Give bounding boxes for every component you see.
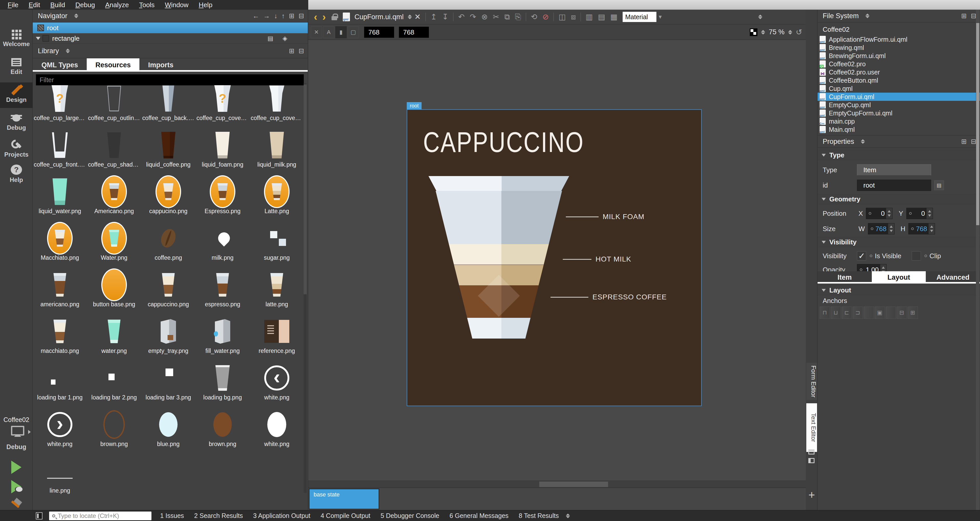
snap-fill-icon[interactable]: ▮ (336, 26, 347, 38)
resource-item[interactable]: empty_tray.png (141, 316, 196, 363)
stepper-arrows-icon[interactable] (926, 208, 933, 219)
copy-icon[interactable]: ⧉ (504, 10, 510, 24)
resource-item[interactable]: coffee_cup_large.png (33, 83, 87, 130)
resource-item[interactable]: loading bar 1.png (33, 363, 87, 409)
forward-icon[interactable]: › (322, 10, 326, 24)
Main.qml[interactable]: Main.qml (818, 125, 980, 134)
locator-input[interactable] (55, 512, 151, 519)
split-panel-icon[interactable]: ⊞ (289, 45, 294, 57)
resource-item[interactable]: Espresso.png (196, 177, 250, 223)
divider[interactable] (425, 13, 426, 21)
anchor-hcenter-icon[interactable]: ⊟ (897, 307, 907, 319)
panel-selector-icon[interactable] (865, 13, 870, 19)
anchor-fill-icon[interactable]: ▣ (875, 307, 885, 319)
resource-item[interactable]: espresso.png (196, 270, 250, 316)
refresh-icon[interactable]: ⟲ (531, 10, 537, 24)
resource-item[interactable]: sugar.png (250, 223, 304, 270)
show-bounds-icon[interactable]: ▢ (348, 26, 359, 38)
style-selector[interactable]: Material (623, 12, 656, 22)
resource-item[interactable]: white.png (250, 363, 304, 409)
lower-icon[interactable]: ↧ (442, 10, 449, 24)
anchor-spacer2-icon[interactable] (886, 307, 896, 319)
menu-item[interactable]: Edit (24, 0, 45, 10)
binding-dot-icon[interactable] (870, 255, 872, 257)
x-position-stepper[interactable]: 0 (866, 208, 892, 219)
undo-icon[interactable]: ↶ (458, 10, 465, 24)
resource-item[interactable]: latte.png (250, 270, 304, 316)
scrollbar-thumb[interactable] (304, 84, 307, 294)
resource-item[interactable]: white.png (33, 409, 87, 456)
project-root-node[interactable]: Coffee02 (822, 25, 850, 33)
output-tab[interactable]: 8 Test Results (519, 512, 559, 519)
resource-item[interactable]: coffee_cup_shadow.... (87, 130, 141, 177)
properties-tab[interactable]: Item (818, 271, 872, 282)
stepper-arrows-icon[interactable] (886, 208, 892, 219)
raise-icon[interactable]: ↥ (431, 10, 437, 24)
library-tab[interactable]: Imports (139, 58, 182, 70)
Brewing.qml[interactable]: Brewing.qml (818, 43, 980, 52)
navigator-item-root[interactable]: root (33, 22, 308, 33)
CupForm.ui.qml[interactable]: CupForm.ui.qml (818, 92, 980, 101)
EmptyCup.qml[interactable]: EmptyCup.qml (818, 101, 980, 109)
resource-item[interactable]: liquid_foam.png (196, 130, 250, 177)
Coffee02.pro[interactable]: Coffee02.pro (818, 60, 980, 68)
resource-item[interactable]: coffee_cup_back.png (141, 83, 196, 130)
form-editor-tab[interactable]: Form Editor (806, 363, 817, 400)
properties-tab[interactable]: Layout (872, 271, 926, 282)
canvas-width-field[interactable]: 768 (364, 27, 394, 38)
canvas-height-field[interactable]: 768 (399, 27, 429, 38)
id-options-button[interactable]: ▤ (934, 180, 944, 190)
right-panel-scrollbar[interactable] (976, 10, 980, 510)
layout-column-icon[interactable]: ▤ (598, 10, 605, 24)
resource-item[interactable]: macchiato.png (33, 316, 87, 363)
bounding-rect-icon[interactable]: ⊘ (542, 10, 549, 24)
Coffee02.pro.user[interactable]: Coffee02.pro.user (818, 68, 980, 76)
cup-illustration[interactable] (428, 176, 569, 339)
width-stepper[interactable]: 768 (868, 223, 894, 234)
mode-design[interactable]: Design (0, 83, 33, 108)
anchor-bottom-icon[interactable]: ⊔ (830, 307, 841, 319)
resource-item[interactable]: button base.png (87, 270, 141, 316)
move-right-icon[interactable]: → (263, 10, 270, 22)
merge-alt-icon[interactable]: ⧈ (571, 10, 576, 24)
mode-edit[interactable]: Edit (0, 54, 33, 80)
cut-icon[interactable]: ✂ (493, 10, 500, 24)
divider[interactable] (453, 13, 453, 21)
anchor-vcenter-icon[interactable]: ⊞ (908, 307, 918, 319)
redo-icon[interactable]: ↷ (470, 10, 476, 24)
is-visible-checkbox[interactable] (857, 251, 866, 260)
binding-dot-icon[interactable] (869, 212, 871, 215)
resource-item[interactable]: coffee.png (141, 223, 196, 270)
canvas-horizontal-scrollbar[interactable] (308, 481, 806, 488)
main.cpp[interactable]: main.cpp (818, 117, 980, 125)
library-tab[interactable]: QML Types (33, 58, 87, 70)
output-pane-selector-icon[interactable] (566, 513, 570, 519)
output-tab[interactable]: 6 General Messages (449, 512, 509, 519)
split-horizontal-icon[interactable] (808, 449, 815, 454)
resource-item[interactable]: loading bar 2.png (87, 363, 141, 409)
kit-selector[interactable] (0, 426, 33, 442)
zoom-in-spinner-icon[interactable] (788, 29, 792, 35)
design-callout[interactable]: MILK FOAM (566, 213, 644, 221)
text-editor-tab[interactable]: Text Editor (806, 403, 817, 452)
menu-item[interactable]: Debug (70, 0, 100, 10)
snap-x-icon[interactable]: ✕ (311, 26, 322, 38)
binding-dot-icon[interactable] (860, 268, 862, 271)
divider[interactable] (553, 13, 554, 21)
menu-item[interactable]: Window (160, 0, 193, 10)
output-pane-icon[interactable] (36, 512, 43, 519)
mode-projects[interactable]: Projects (0, 137, 33, 163)
resource-item[interactable]: liquid_coffee.png (141, 130, 196, 177)
move-down-icon[interactable]: ↓ (274, 10, 277, 22)
locator[interactable] (49, 511, 151, 520)
properties-tab[interactable]: Advanced (926, 271, 980, 282)
BrewingForm.ui.qml[interactable]: BrewingForm.ui.qml (818, 52, 980, 60)
library-tab[interactable]: Resources (87, 58, 139, 70)
output-tab[interactable]: 2 Search Results (194, 512, 243, 519)
menu-item[interactable]: File (3, 0, 24, 10)
resource-item[interactable]: milk.png (196, 223, 250, 270)
layout-section-header[interactable]: Layout (818, 285, 980, 295)
snap-anchor-icon[interactable]: A (323, 26, 334, 38)
export-list-icon[interactable]: ▤ (267, 35, 274, 42)
resource-item[interactable]: cappucino.png (141, 177, 196, 223)
